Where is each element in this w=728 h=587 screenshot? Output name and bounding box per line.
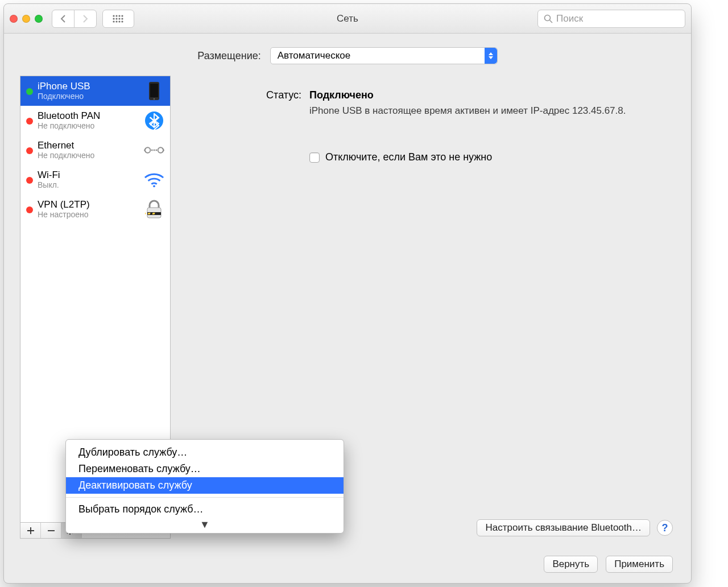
status-dot-icon: [26, 118, 33, 125]
svg-point-2: [118, 15, 120, 16]
disable-checkbox[interactable]: [309, 152, 320, 163]
network-preferences-window: Сеть Поиск Размещение: Автоматическое iP…: [3, 3, 692, 584]
service-item[interactable]: VPN (L2TP)Не настроено: [20, 195, 170, 224]
location-label: Размещение:: [197, 50, 260, 62]
service-name: Wi-Fi: [38, 170, 139, 181]
menu-item[interactable]: Переименовать службу…: [66, 461, 344, 477]
search-placeholder: Поиск: [556, 13, 583, 24]
location-value: Автоматическое: [278, 50, 350, 61]
add-service-button[interactable]: [20, 523, 41, 538]
svg-rect-26: [145, 213, 146, 214]
svg-point-7: [121, 18, 123, 19]
svg-point-23: [153, 185, 155, 187]
svg-point-10: [118, 20, 120, 22]
svg-point-3: [121, 15, 123, 16]
disable-hint-row: Отключите, если Вам это не нужно: [309, 151, 666, 163]
status-dot-icon: [26, 147, 33, 154]
service-item[interactable]: Bluetooth PANНе подключено: [20, 106, 170, 135]
svg-rect-15: [150, 84, 158, 97]
config-row: Настроить связывание Bluetooth… ?: [477, 519, 673, 536]
service-text: iPhone USBПодключено: [38, 81, 139, 101]
ethernet-icon: [144, 140, 164, 160]
service-text: Wi-FiВыкл.: [38, 170, 139, 190]
zoom-button[interactable]: [35, 15, 43, 23]
status-description: iPhone USB в настоящее время активен и и…: [309, 105, 628, 117]
service-item[interactable]: EthernetНе подключено: [20, 135, 170, 165]
back-button[interactable]: [52, 10, 75, 28]
service-name: VPN (L2TP): [38, 200, 139, 210]
bluetooth-icon: [144, 110, 164, 131]
close-button[interactable]: [10, 15, 18, 23]
service-status: Выкл.: [38, 180, 139, 189]
svg-point-16: [154, 98, 155, 100]
menu-separator: [66, 497, 344, 498]
apply-button[interactable]: Применить: [606, 556, 673, 573]
svg-point-5: [115, 18, 117, 19]
minus-icon: [47, 527, 55, 535]
help-button[interactable]: ?: [657, 520, 673, 536]
titlebar: Сеть Поиск: [4, 4, 691, 34]
footer-buttons: Вернуть Применить: [20, 556, 675, 573]
window-controls: [10, 15, 43, 23]
status-dot-icon: [26, 177, 33, 184]
menu-item[interactable]: Деактивировать службу: [66, 477, 344, 494]
status-dot-icon: [26, 88, 33, 95]
service-status: Подключено: [38, 92, 139, 101]
show-all-prefs-button[interactable]: [102, 10, 134, 28]
status-dot-icon: [26, 206, 33, 213]
service-text: Bluetooth PANНе подключено: [38, 111, 139, 131]
service-actions-menu[interactable]: Дублировать службу…Переименовать службу……: [65, 439, 344, 534]
svg-point-20: [151, 150, 153, 151]
svg-point-12: [545, 15, 551, 20]
service-text: EthernetНе подключено: [38, 140, 139, 160]
search-field[interactable]: Поиск: [537, 10, 685, 28]
menu-scroll-down-icon[interactable]: ▼: [66, 518, 344, 533]
service-item[interactable]: iPhone USBПодключено: [20, 76, 170, 106]
menu-item[interactable]: Выбрать порядок служб…: [66, 501, 344, 518]
svg-point-1: [115, 15, 117, 16]
wifi-icon: [144, 170, 164, 190]
service-item[interactable]: Wi-FiВыкл.: [20, 165, 170, 195]
service-name: Ethernet: [38, 140, 139, 151]
service-name: Bluetooth PAN: [38, 111, 139, 122]
chevron-up-down-icon: [485, 48, 497, 64]
forward-button[interactable]: [74, 10, 97, 28]
status-value: Подключено: [309, 89, 374, 101]
location-popup[interactable]: Автоматическое: [270, 47, 498, 64]
svg-point-8: [113, 20, 114, 22]
svg-point-9: [115, 20, 117, 22]
service-text: VPN (L2TP)Не настроено: [38, 200, 139, 220]
svg-line-13: [550, 20, 553, 23]
status-row: Статус: Подключено: [188, 89, 666, 101]
service-status: Не подключено: [38, 121, 139, 130]
iphone-icon: [144, 81, 164, 101]
disable-hint-label: Отключите, если Вам это не нужно: [325, 151, 492, 163]
svg-point-11: [121, 20, 123, 22]
configure-bluetooth-button[interactable]: Настроить связывание Bluetooth…: [477, 519, 650, 536]
svg-point-22: [155, 150, 157, 151]
plus-icon: [27, 527, 35, 535]
vpn-icon: [144, 199, 164, 220]
toolbar-nav: [52, 10, 134, 28]
location-row: Размещение: Автоматическое: [20, 47, 675, 64]
service-name: iPhone USB: [38, 81, 139, 92]
svg-point-21: [154, 150, 155, 151]
svg-point-6: [118, 18, 120, 19]
remove-service-button[interactable]: [41, 523, 61, 538]
revert-button[interactable]: Вернуть: [544, 556, 598, 573]
service-status: Не подключено: [38, 151, 139, 160]
status-label: Статус:: [188, 89, 301, 101]
search-icon: [544, 14, 553, 23]
service-status: Не настроено: [38, 210, 139, 219]
minimize-button[interactable]: [22, 15, 30, 23]
svg-point-0: [113, 15, 114, 16]
svg-point-4: [113, 18, 114, 19]
menu-item[interactable]: Дублировать службу…: [66, 444, 344, 461]
